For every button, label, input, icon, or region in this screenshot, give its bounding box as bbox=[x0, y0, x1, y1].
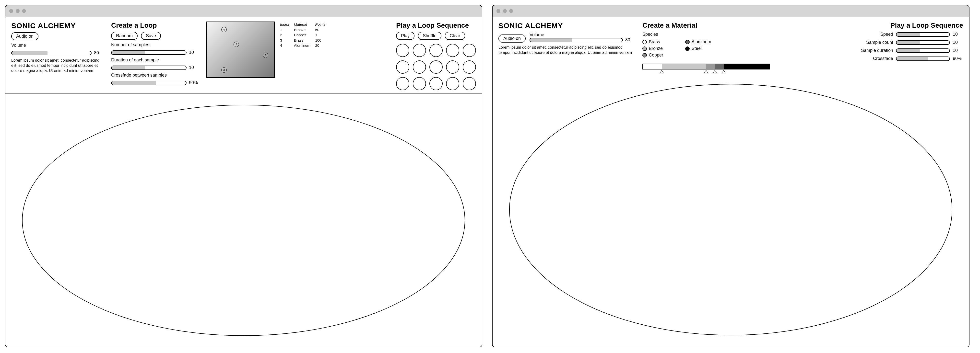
duration-value: 10 bbox=[189, 65, 199, 70]
waveform-oval[interactable] bbox=[509, 84, 953, 336]
traffic-light-close[interactable] bbox=[496, 9, 500, 13]
loop-slot[interactable] bbox=[413, 60, 426, 74]
radio-icon bbox=[643, 40, 647, 44]
radio-icon bbox=[685, 46, 690, 51]
shuffle-button[interactable]: Shuffle bbox=[418, 32, 441, 40]
species-option-steel[interactable]: Steel bbox=[685, 46, 711, 51]
blend-handle[interactable] bbox=[660, 70, 664, 73]
species-label-text: Aluminum bbox=[692, 40, 711, 44]
main-canvas-area bbox=[5, 94, 482, 347]
window-1: SONIC ALCHEMY Audio on Volume 80 Lorem i… bbox=[5, 5, 482, 347]
table-row: 2 Copper 1 bbox=[280, 33, 330, 38]
crossfade-slider[interactable] bbox=[896, 57, 950, 61]
loop-slot-grid bbox=[396, 44, 476, 90]
species-label: Species bbox=[643, 32, 780, 37]
num-samples-value: 10 bbox=[189, 50, 199, 55]
titlebar bbox=[493, 5, 969, 17]
volume-label: Volume bbox=[11, 43, 104, 48]
volume-value: 80 bbox=[625, 38, 636, 43]
main-canvas-area bbox=[493, 73, 969, 347]
table-row: 1 Bronze 50 bbox=[280, 27, 330, 32]
crossfade-slider[interactable] bbox=[111, 81, 186, 85]
audio-toggle-button[interactable]: Audio on bbox=[11, 32, 38, 40]
species-option-brass[interactable]: Brass bbox=[643, 40, 663, 44]
blend-handle[interactable] bbox=[713, 70, 717, 73]
radio-icon bbox=[643, 46, 647, 51]
loop-slot[interactable] bbox=[430, 44, 442, 57]
loop-slot[interactable] bbox=[446, 60, 459, 74]
duration-slider[interactable] bbox=[111, 66, 186, 70]
crossfade-label: Crossfade bbox=[873, 56, 893, 61]
traffic-light-zoom[interactable] bbox=[22, 9, 26, 13]
sample-duration-slider[interactable] bbox=[896, 48, 950, 53]
loop-slot[interactable] bbox=[463, 77, 476, 90]
loop-slot[interactable] bbox=[430, 60, 442, 74]
titlebar bbox=[5, 5, 482, 17]
loop-slot[interactable] bbox=[446, 77, 459, 90]
blend-handle[interactable] bbox=[721, 70, 726, 73]
speed-value: 10 bbox=[953, 32, 963, 37]
num-samples-slider[interactable] bbox=[111, 51, 186, 55]
map-point-3[interactable]: 3 bbox=[221, 67, 227, 73]
th-index: Index bbox=[280, 22, 294, 27]
play-button[interactable]: Play bbox=[396, 32, 414, 40]
sample-count-slider[interactable] bbox=[896, 40, 950, 45]
traffic-light-minimize[interactable] bbox=[16, 9, 19, 13]
species-option-aluminum[interactable]: Aluminum bbox=[685, 40, 711, 44]
waveform-oval[interactable] bbox=[22, 105, 465, 336]
loop-slot[interactable] bbox=[463, 60, 476, 74]
volume-slider[interactable] bbox=[530, 38, 623, 42]
play-sequence-title: Play a Loop Sequence bbox=[890, 22, 963, 29]
loop-slot[interactable] bbox=[413, 44, 426, 57]
map-point-2[interactable]: 2 bbox=[234, 41, 239, 47]
species-option-copper[interactable]: Copper bbox=[643, 52, 663, 58]
radio-icon bbox=[643, 53, 647, 57]
material-blend-slider[interactable] bbox=[643, 63, 770, 70]
loop-slot[interactable] bbox=[396, 60, 409, 74]
species-label-text: Steel bbox=[692, 46, 702, 51]
loop-slot[interactable] bbox=[463, 44, 476, 57]
map-point-4[interactable]: 4 bbox=[221, 27, 227, 32]
volume-value: 80 bbox=[94, 51, 104, 55]
loop-slot[interactable] bbox=[396, 44, 409, 57]
save-button[interactable]: Save bbox=[141, 32, 161, 40]
random-button[interactable]: Random bbox=[111, 32, 138, 40]
species-option-bronze[interactable]: Bronze bbox=[643, 46, 663, 51]
material-map-canvas[interactable]: 4 2 1 3 bbox=[206, 22, 275, 78]
traffic-light-close[interactable] bbox=[9, 9, 13, 13]
duration-label: Duration of each sample bbox=[111, 57, 199, 63]
app-title: SONIC ALCHEMY bbox=[11, 22, 104, 30]
crossfade-value: 90% bbox=[953, 56, 963, 61]
audio-toggle-button[interactable]: Audio on bbox=[498, 35, 526, 43]
crossfade-label: Crossfade between samples bbox=[111, 73, 199, 78]
play-sequence-title: Play a Loop Sequence bbox=[396, 22, 476, 29]
material-table: Index Material Points 1 Bronze 50 2 Copp… bbox=[280, 22, 330, 48]
species-radio-group: Brass Bronze Copper bbox=[643, 40, 780, 58]
sample-duration-label: Sample duration bbox=[861, 48, 893, 53]
sample-duration-value: 10 bbox=[953, 48, 963, 53]
map-point-1[interactable]: 1 bbox=[263, 52, 268, 58]
traffic-light-minimize[interactable] bbox=[503, 9, 507, 13]
blend-handle[interactable] bbox=[704, 70, 708, 73]
table-row: 3 Brass 100 bbox=[280, 38, 330, 43]
radio-icon bbox=[685, 40, 690, 44]
traffic-light-zoom[interactable] bbox=[509, 9, 513, 13]
loop-slot[interactable] bbox=[413, 77, 426, 90]
clear-button[interactable]: Clear bbox=[445, 32, 465, 40]
loop-slot[interactable] bbox=[430, 77, 442, 90]
speed-label: Speed bbox=[880, 32, 893, 37]
num-samples-label: Number of samples bbox=[111, 42, 199, 47]
th-points: Points bbox=[315, 22, 330, 27]
create-loop-title: Create a Loop bbox=[111, 22, 199, 29]
loop-slot[interactable] bbox=[396, 77, 409, 90]
app-title: SONIC ALCHEMY bbox=[498, 22, 636, 30]
description-text: Lorem ipsum dolor sit amet, consectetur … bbox=[11, 58, 104, 73]
table-row: 4 Aluminum 20 bbox=[280, 43, 330, 48]
crossfade-value: 90% bbox=[189, 80, 199, 85]
volume-slider[interactable] bbox=[11, 51, 92, 55]
th-material: Material bbox=[294, 22, 315, 27]
loop-slot[interactable] bbox=[446, 44, 459, 57]
sample-count-value: 10 bbox=[953, 40, 963, 45]
sample-count-label: Sample count bbox=[866, 40, 893, 45]
speed-slider[interactable] bbox=[896, 32, 950, 37]
